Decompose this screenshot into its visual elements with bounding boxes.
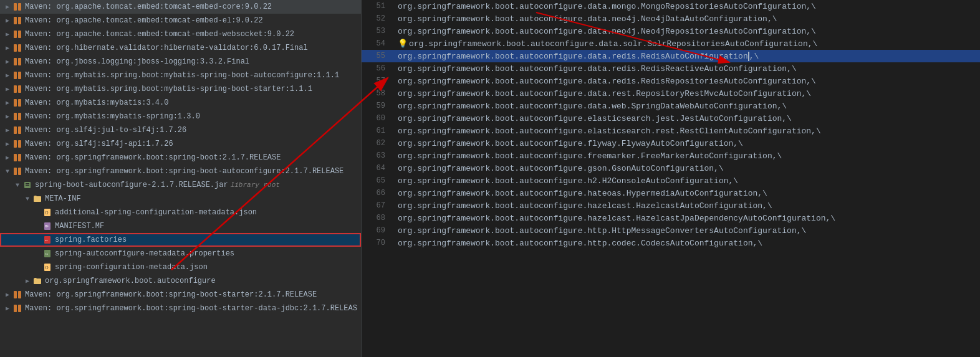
line-number: 67 — [362, 199, 393, 212]
tree-arrow: ▼ — [22, 196, 32, 202]
maven-icon — [12, 16, 22, 26]
maven-icon — [12, 2, 22, 12]
tree-arrow: ▶ — [2, 305, 12, 312]
svg-rect-5 — [18, 31, 21, 38]
tree-item-maven-mybatis-starter[interactable]: ▶Maven: org.mybatis.spring.boot:mybatis-… — [0, 82, 361, 96]
line-content: org.springframework.boot.autoconfigure.d… — [393, 62, 980, 75]
svg-rect-28 — [26, 185, 29, 186]
line-content: org.springframework.boot.autoconfigure.d… — [393, 0, 980, 12]
svg-text:SP: SP — [45, 239, 48, 242]
code-line-64: 64org.springframework.boot.autoconfigure… — [362, 162, 980, 174]
maven-icon — [12, 112, 22, 121]
line-content: org.springframework.boot.autoconfigure.g… — [393, 162, 980, 174]
tree-item-maven-spring-boot-autoconfigure[interactable]: ▼Maven: org.springframework.boot:spring-… — [0, 164, 361, 178]
tree-item-maven-mybatis-spring[interactable]: ▶Maven: org.mybatis:mybatis-spring:1.3.0 — [0, 110, 361, 123]
tree-item-spring-factories[interactable]: SPspring.factories — [0, 233, 361, 247]
code-line-53: 53org.springframework.boot.autoconfigure… — [362, 25, 980, 37]
tree-item-maven-tomcat-ws[interactable]: ▶Maven: org.apache.tomcat.embed:tomcat-e… — [0, 27, 361, 41]
tree-arrow: ▶ — [2, 72, 12, 79]
tree-item-spring-autoconfigure-metadata[interactable]: PRspring-autoconfigure-metadata.properti… — [0, 247, 361, 260]
tree-item-additional-spring[interactable]: {}additional-spring-configuration-metada… — [0, 206, 361, 219]
line-content: org.springframework.boot.autoconfigure.d… — [393, 87, 980, 100]
json-icon: {} — [42, 262, 52, 272]
svg-text:{}: {} — [45, 266, 49, 270]
svg-rect-9 — [18, 58, 21, 65]
svg-rect-11 — [18, 72, 21, 79]
tree-item-maven-spring-boot-starter[interactable]: ▶Maven: org.springframework.boot:spring-… — [0, 288, 361, 302]
svg-rect-42 — [18, 305, 21, 312]
tree-item-label: Maven: org.mybatis.spring.boot:mybatis-s… — [25, 85, 312, 93]
svg-rect-6 — [14, 44, 17, 52]
tree-item-maven-mybatis[interactable]: ▶Maven: org.mybatis:mybatis:3.4.0 — [0, 96, 361, 110]
code-line-66: 66org.springframework.boot.autoconfigure… — [362, 187, 980, 199]
tree-item-label: Maven: org.springframework.boot:spring-b… — [25, 290, 317, 299]
line-content: org.springframework.boot.autoconfigure.e… — [393, 112, 980, 125]
tree-item-maven-hibernate[interactable]: ▶Maven: org.hibernate.validator:hibernat… — [0, 41, 361, 55]
folder-icon — [32, 194, 42, 204]
tree-item-org-springframework-autoconfigure[interactable]: ▶org.springframework.boot.autoconfigure — [0, 274, 361, 288]
line-number: 52 — [362, 12, 393, 25]
svg-rect-12 — [14, 85, 17, 93]
tree-item-maven-tomcat-core[interactable]: ▶Maven: org.apache.tomcat.embed:tomcat-e… — [0, 0, 361, 14]
tree-arrow: ▶ — [22, 277, 32, 285]
tree-item-label: spring-autoconfigure-metadata.properties — [55, 249, 234, 258]
tree-item-maven-mybatis-autoconfigure[interactable]: ▶Maven: org.mybatis.spring.boot:mybatis-… — [0, 69, 361, 82]
maven-icon — [12, 43, 22, 53]
tree-item-maven-slf4j-api[interactable]: ▶Maven: org.slf4j:slf4j-api:1.7.26 — [0, 137, 361, 151]
svg-rect-21 — [18, 140, 21, 148]
code-line-54: 54💡org.springframework.boot.autoconfigur… — [362, 37, 980, 50]
tree-item-label: spring-configuration-metadata.json — [55, 263, 208, 272]
tree-item-meta-inf[interactable]: ▼META-INF — [0, 192, 361, 206]
code-table: 51org.springframework.boot.autoconfigure… — [362, 0, 980, 249]
code-line-67: 67org.springframework.boot.autoconfigure… — [362, 199, 980, 212]
tree-arrow: ▶ — [2, 99, 12, 107]
svg-rect-4 — [14, 31, 17, 38]
maven-icon — [12, 290, 22, 300]
tree-item-label: Maven: org.slf4j:slf4j-api:1.7.26 — [25, 140, 173, 148]
svg-rect-25 — [18, 168, 21, 175]
svg-text:{}: {} — [45, 211, 49, 215]
tree-item-label: META-INF — [45, 194, 81, 203]
tree-item-label: Maven: org.apache.tomcat.embed:tomcat-em… — [25, 16, 263, 25]
tree-item-maven-spring-boot[interactable]: ▶Maven: org.springframework.boot:spring-… — [0, 151, 361, 164]
tree-item-maven-jboss[interactable]: ▶Maven: org.jboss.logging:jboss-logging:… — [0, 55, 361, 69]
line-content: org.springframework.boot.autoconfigure.d… — [393, 12, 980, 25]
code-text: org.springframework.boot.autoconfigure.d… — [398, 52, 641, 61]
svg-rect-18 — [14, 126, 17, 134]
svg-rect-3 — [18, 17, 21, 24]
svg-rect-27 — [26, 183, 29, 184]
tree-item-label: Maven: org.slf4j:jul-to-slf4j:1.7.26 — [25, 126, 186, 135]
line-number: 61 — [362, 125, 393, 137]
tree-item-label: Maven: org.hibernate.validator:hibernate… — [25, 44, 308, 52]
line-number: 63 — [362, 150, 393, 162]
line-content: org.springframework.boot.autoconfigure.d… — [393, 25, 980, 37]
tree-item-jar-autoconfigure[interactable]: ▼spring-boot-autoconfigure-2.1.7.RELEASE… — [0, 178, 361, 192]
maven-icon — [12, 125, 22, 135]
tree-item-label: Maven: org.mybatis:mybatis-spring:1.3.0 — [25, 112, 200, 121]
maven-icon — [12, 70, 22, 80]
line-number: 51 — [362, 0, 393, 12]
svg-rect-24 — [14, 168, 17, 175]
svg-rect-15 — [18, 99, 21, 107]
properties-icon: PR — [42, 249, 52, 259]
tree-item-maven-spring-boot-starter-data-jdbc[interactable]: ▶Maven: org.springframework.boot:spring-… — [0, 302, 361, 315]
file-tree-panel[interactable]: ▶Maven: org.apache.tomcat.embed:tomcat-e… — [0, 0, 362, 357]
tree-arrow: ▶ — [2, 85, 12, 93]
line-content: org.springframework.boot.autoconfigure.f… — [393, 137, 980, 150]
maven-icon — [12, 98, 22, 108]
svg-rect-23 — [18, 154, 21, 161]
tree-item-spring-config-metadata[interactable]: {}spring-configuration-metadata.json — [0, 260, 361, 274]
tree-item-maven-slf4j-jul[interactable]: ▶Maven: org.slf4j:jul-to-slf4j:1.7.26 — [0, 123, 361, 137]
maven-icon — [12, 153, 22, 163]
tree-item-maven-tomcat-el[interactable]: ▶Maven: org.apache.tomcat.embed:tomcat-e… — [0, 14, 361, 27]
code-line-61: 61org.springframework.boot.autoconfigure… — [362, 125, 980, 137]
line-content: org.springframework.boot.autoconfigure.d… — [393, 50, 980, 62]
factories-icon: SP — [42, 235, 52, 245]
mf-icon: MF — [42, 221, 52, 231]
svg-text:PR: PR — [45, 253, 48, 255]
json-icon: {} — [42, 207, 52, 217]
line-content: org.springframework.boot.autoconfigure.d… — [393, 100, 980, 112]
maven-icon — [12, 166, 22, 176]
tree-item-manifest[interactable]: MFMANIFEST.MF — [0, 219, 361, 233]
tree-item-label: MANIFEST.MF — [55, 222, 104, 231]
